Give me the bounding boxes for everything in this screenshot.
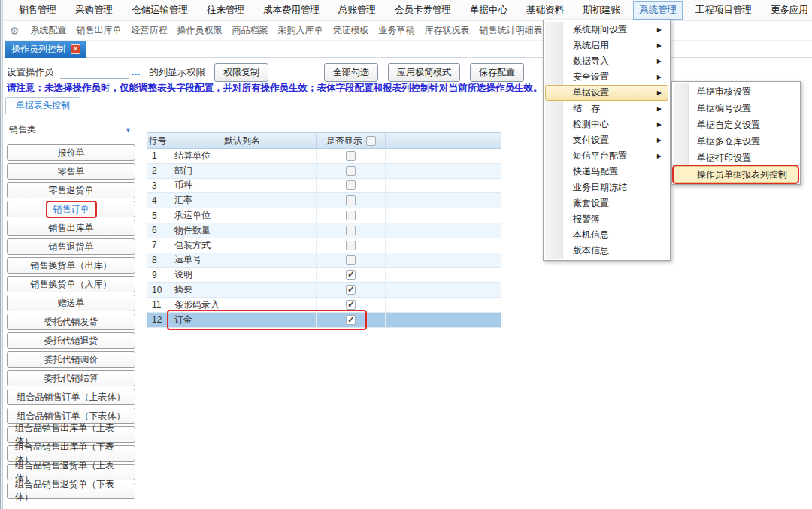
cell-empty <box>386 179 501 193</box>
table-row[interactable]: 10 摘要 <box>147 283 501 298</box>
doc-type-button[interactable]: 委托代销结算 <box>7 370 135 386</box>
menubar-item[interactable]: 基础资料 <box>520 1 570 20</box>
submenu-item[interactable]: 单据自定义设置 <box>674 117 798 133</box>
toolbar-item[interactable]: 经营历程 <box>132 24 168 37</box>
menu-item[interactable]: 结 存 ▶ <box>545 101 668 117</box>
menu-item[interactable]: 单据设置 ▶ <box>545 85 668 101</box>
visible-checkbox[interactable] <box>346 241 356 250</box>
doc-type-button[interactable]: 报价单 <box>7 144 135 161</box>
doc-type-button[interactable]: 赠送单 <box>7 295 135 311</box>
menubar-item[interactable]: 往来管理 <box>201 1 250 20</box>
operator-input[interactable] <box>60 65 129 79</box>
menu-item[interactable]: 检测中心 ▶ <box>545 117 668 132</box>
visible-checkbox[interactable] <box>346 180 356 190</box>
doc-type-button[interactable]: 委托代销退货 <box>7 332 135 349</box>
simple-mode-button[interactable]: 应用极简模式 <box>388 63 460 82</box>
visible-checkbox[interactable] <box>346 300 356 310</box>
check-all-button[interactable]: 全部勾选 <box>324 63 378 82</box>
toolbar-item[interactable]: 采购入库单 <box>278 24 323 37</box>
visible-checkbox[interactable] <box>346 255 356 265</box>
doc-type-button[interactable]: 销售出库单 <box>7 220 135 236</box>
toolbar-item[interactable]: 系统配置 <box>31 24 67 37</box>
toolbar-item[interactable]: 销售出库单 <box>77 24 122 37</box>
table-row[interactable]: 6 物件数量 <box>147 223 501 238</box>
menu-item[interactable]: 版本信息 ▶ <box>545 243 668 259</box>
doc-type-button[interactable]: 零售单 <box>7 163 135 180</box>
menubar-item[interactable]: 销售管理 <box>13 1 62 20</box>
save-config-button[interactable]: 保存配置 <box>470 63 524 82</box>
table-row[interactable]: 12 订金 <box>147 313 501 328</box>
visible-checkbox[interactable] <box>346 151 356 161</box>
table-row[interactable]: 8 运单号 <box>147 253 501 268</box>
category-select[interactable]: 销售类 ▼ <box>7 122 135 138</box>
doc-type-button[interactable]: 组合品销售退货单（下表体） <box>7 483 135 499</box>
close-icon[interactable]: ✕ <box>71 44 80 54</box>
table-row[interactable]: 4 汇率 <box>147 193 501 208</box>
menu-item[interactable]: 系统期间设置 ▶ <box>545 22 668 38</box>
menubar-item[interactable]: 更多应用 <box>765 1 812 20</box>
permission-copy-button[interactable]: 权限复制 <box>214 63 268 82</box>
doc-type-button[interactable]: 销售退货单 <box>7 238 135 255</box>
menubar-item[interactable]: 系统管理 <box>633 1 683 20</box>
menu-item[interactable]: 业务日期冻结 ▶ <box>545 180 668 195</box>
tab-operator-column-control[interactable]: 操作员列控制 ✕ <box>5 41 86 58</box>
visible-checkbox[interactable] <box>346 270 356 280</box>
table-row[interactable]: 2 部门 <box>147 164 501 179</box>
doc-type-button[interactable]: 委托代销调价 <box>7 351 135 368</box>
menubar-item[interactable]: 期初建账 <box>577 1 626 20</box>
menubar-item[interactable]: 单据中心 <box>464 1 514 20</box>
doc-type-button[interactable]: 委托代销发货 <box>7 314 135 330</box>
system-menu: 系统期间设置 ▶ 系统启用 ▶ 数据导入 ▶ 安全设置 ▶ 单据设置 ▶ 结 存… <box>543 20 671 261</box>
visible-checkbox[interactable] <box>346 315 356 325</box>
submenu-item[interactable]: 操作员单据报表列控制 <box>674 166 798 183</box>
menu-item[interactable]: 本机信息 ▶ <box>545 227 668 243</box>
menu-item[interactable]: 快递鸟配置 ▶ <box>545 164 668 180</box>
visible-checkbox[interactable] <box>346 195 356 205</box>
table-row[interactable]: 5 承运单位 <box>147 208 501 223</box>
header-checkbox[interactable] <box>366 136 376 146</box>
toolbar-item[interactable]: 库存状况表 <box>425 24 470 37</box>
tab-doc-header-control[interactable]: 单据表头控制 <box>5 97 80 114</box>
visible-checkbox[interactable] <box>346 211 356 220</box>
toolbar-item[interactable]: 业务草稿 <box>379 24 415 37</box>
table-row[interactable]: 9 说明 <box>147 268 501 283</box>
table-row[interactable]: 7 包装方式 <box>147 238 501 253</box>
menubar-item[interactable]: 成本费用管理 <box>257 1 326 20</box>
table-row[interactable]: 11 条形码录入 <box>147 298 501 313</box>
table-row[interactable]: 1 结算单位 <box>147 149 501 164</box>
menu-item[interactable]: 账套设置 ▶ <box>545 195 668 211</box>
visible-checkbox[interactable] <box>346 166 356 176</box>
submenu-item[interactable]: 单据审核设置 <box>674 83 798 100</box>
menu-item[interactable]: 报警簿 ▶ <box>545 211 668 227</box>
toolbar-item[interactable]: 凭证模板 <box>333 24 369 37</box>
menu-item[interactable]: 数据导入 ▶ <box>545 53 668 69</box>
browse-ellipsis-button[interactable]: … <box>132 67 142 77</box>
submenu-items: 单据审核设置 单据编号设置 单据自定义设置 单据多仓库设置 单据打印设置 操作员… <box>674 83 798 183</box>
menubar-item[interactable]: 工程项目管理 <box>689 1 758 20</box>
doc-type-button[interactable]: 销售换货单（入库） <box>7 276 135 292</box>
doc-type-button-label: 委托代销退货 <box>37 332 106 350</box>
submenu-item[interactable]: 单据多仓库设置 <box>674 133 798 150</box>
doc-type-button[interactable]: 销售换货单（出库） <box>7 257 135 274</box>
menubar-item[interactable]: 总账管理 <box>332 1 382 20</box>
submenu-item[interactable]: 单据打印设置 <box>674 150 798 166</box>
toolbar-item[interactable]: 销售统计明细表 <box>480 24 543 37</box>
menu-item[interactable]: 系统启用 ▶ <box>545 38 668 53</box>
menubar-item[interactable]: 采购管理 <box>69 1 119 20</box>
menu-item[interactable]: 安全设置 ▶ <box>545 69 668 85</box>
submenu-item[interactable]: 单据编号设置 <box>674 100 798 117</box>
menu-item[interactable]: 支付设置 ▶ <box>545 132 668 148</box>
visible-checkbox[interactable] <box>346 226 356 235</box>
table-row[interactable]: 3 币种 <box>147 179 501 194</box>
doc-type-button[interactable]: 零售退货单 <box>7 182 135 198</box>
menubar-item[interactable]: 仓储运输管理 <box>126 1 194 20</box>
visible-checkbox[interactable] <box>346 285 356 295</box>
doc-type-button[interactable]: 组合品销售订单（上表体） <box>7 389 135 405</box>
gear-icon[interactable]: ⚙ <box>10 25 20 37</box>
doc-type-button[interactable]: 销售订单 <box>7 201 135 217</box>
toolbar-item[interactable]: 操作员权限 <box>177 24 223 37</box>
toolbar-item[interactable]: 商品档案 <box>232 24 268 37</box>
menu-item[interactable]: 短信平台配置 ▶ <box>545 148 668 164</box>
window-left-splitter[interactable] <box>0 0 3 509</box>
menubar-item[interactable]: 会员卡券管理 <box>389 1 457 20</box>
